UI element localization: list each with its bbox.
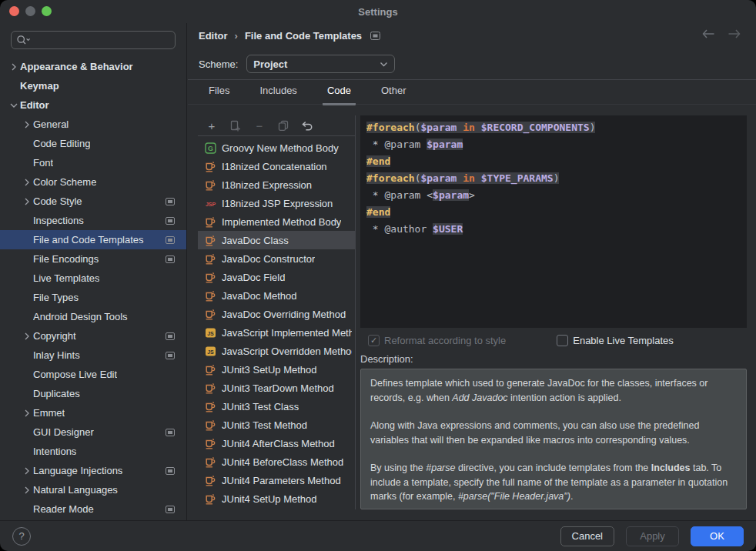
template-item-junit4-parameters-method[interactable]: JUnit4 Parameters Method — [198, 471, 355, 489]
settings-search-field[interactable] — [11, 31, 176, 49]
template-item-groovy-new-method-body[interactable]: GGroovy New Method Body — [198, 139, 355, 157]
groovy-file-icon: G — [205, 142, 216, 154]
template-item-javadoc-method[interactable]: JavaDoc Method — [198, 286, 355, 305]
sidebar-item-file-encodings[interactable]: File Encodings — [0, 249, 186, 269]
chevron-right-icon[interactable] — [21, 409, 33, 418]
template-item-javascript-implemented-methods[interactable]: JSJavaScript Implemented Methods — [198, 323, 355, 342]
sidebar-item-duplicates[interactable]: Duplicates — [0, 384, 186, 403]
sidebar-item-file-and-code-templates[interactable]: File and Code Templates — [0, 230, 186, 249]
add-template-button[interactable]: + — [206, 119, 218, 132]
per-project-icon — [166, 352, 175, 359]
chevron-right-icon[interactable] — [21, 178, 33, 187]
template-item-junit4-beforeclass-method[interactable]: JUnit4 BeforeClass Method — [198, 452, 355, 471]
sidebar-item-code-style[interactable]: Code Style — [0, 192, 186, 211]
sidebar-item-font[interactable]: Font — [0, 153, 186, 172]
back-button[interactable] — [702, 29, 715, 38]
svg-text:JS: JS — [207, 349, 214, 354]
sidebar-item-label: Font — [33, 157, 53, 169]
template-item-junit4-setup-method[interactable]: JUnit4 SetUp Method — [198, 489, 355, 508]
java-file-icon — [205, 493, 216, 505]
sidebar-item-live-templates[interactable]: Live Templates — [0, 269, 186, 288]
chevron-right-icon[interactable] — [21, 120, 33, 129]
svg-text:JS: JS — [207, 330, 214, 336]
java-file-icon — [205, 382, 216, 394]
sidebar-item-color-scheme[interactable]: Color Scheme — [0, 172, 186, 192]
template-item-javadoc-class[interactable]: JavaDoc Class — [198, 231, 355, 249]
sidebar-item-label: Intentions — [33, 446, 76, 457]
settings-sidebar: Appearance & BehaviorKeymapEditorGeneral… — [0, 23, 187, 520]
template-item-javascript-overridden-methods[interactable]: JSJavaScript Overridden Methods — [198, 342, 355, 360]
cancel-button[interactable]: Cancel — [560, 526, 614, 546]
template-item-junit3-test-class[interactable]: JUnit3 Test Class — [198, 397, 355, 416]
scheme-label: Scheme: — [199, 58, 238, 70]
minimize-window-button[interactable] — [25, 6, 35, 16]
template-item-javadoc-constructor[interactable]: JavaDoc Constructor — [198, 249, 355, 268]
sidebar-item-label: File and Code Templates — [33, 234, 144, 245]
sidebar-item-label: Code Style — [33, 195, 82, 207]
template-item-label: JavaScript Overridden Methods — [222, 346, 352, 357]
chevron-right-icon[interactable] — [8, 62, 20, 72]
breadcrumb-editor[interactable]: Editor — [199, 30, 228, 42]
ok-button[interactable]: OK — [691, 526, 744, 546]
search-input[interactable] — [34, 34, 170, 47]
per-project-icon — [166, 255, 175, 263]
chevron-right-icon[interactable] — [21, 466, 33, 476]
sidebar-item-appearance-behavior[interactable]: Appearance & Behavior — [0, 57, 186, 76]
template-item-javadoc-field[interactable]: JavaDoc Field — [198, 268, 355, 286]
close-window-button[interactable] — [9, 6, 19, 16]
reset-to-default-button[interactable] — [301, 119, 313, 132]
enable-live-templates-checkbox[interactable] — [557, 335, 568, 346]
template-item-javadoc-overriding-method[interactable]: JavaDoc Overriding Method — [198, 305, 355, 323]
create-child-template-button[interactable] — [229, 119, 242, 132]
chevron-down-icon — [380, 62, 388, 67]
template-item-i18nized-expression[interactable]: I18nized Expression — [198, 175, 355, 194]
sidebar-item-compose-live-edit[interactable]: Compose Live Edit — [0, 365, 186, 384]
forward-button[interactable] — [728, 29, 741, 38]
sidebar-item-gui-designer[interactable]: GUI Designer — [0, 422, 186, 442]
sidebar-item-general[interactable]: General — [0, 115, 186, 134]
code-line: #foreach($param in $RECORD_COMPONENTS) — [366, 119, 747, 136]
sidebar-item-reader-mode[interactable]: Reader Mode — [0, 499, 186, 519]
sidebar-item-inlay-hints[interactable]: Inlay Hints — [0, 346, 186, 365]
sidebar-item-language-injections[interactable]: Language Injections — [0, 461, 186, 480]
sidebar-item-copyright[interactable]: Copyright — [0, 326, 186, 346]
sidebar-item-android-design-tools[interactable]: Android Design Tools — [0, 307, 186, 326]
reformat-checkbox-label: Reformat according to style — [384, 335, 506, 346]
sidebar-item-file-types[interactable]: File Types — [0, 288, 186, 307]
apply-button[interactable]: Apply — [626, 526, 679, 546]
tab-includes[interactable]: Includes — [255, 85, 301, 105]
template-item-implemented-method-body[interactable]: Implemented Method Body — [198, 212, 355, 231]
template-code-editor[interactable]: #foreach($param in $RECORD_COMPONENTS) *… — [360, 115, 747, 328]
template-tabs: FilesIncludesCodeOther — [188, 80, 756, 105]
sidebar-item-emmet[interactable]: Emmet — [0, 403, 186, 422]
template-item-junit4-afterclass-method[interactable]: JUnit4 AfterClass Method — [198, 434, 355, 452]
template-item-i18nized-jsp-expression[interactable]: JSPI18nized JSP Expression — [198, 194, 355, 212]
template-item-junit3-test-method[interactable]: JUnit3 Test Method — [198, 416, 355, 434]
tab-other[interactable]: Other — [376, 85, 411, 105]
zoom-window-button[interactable] — [42, 6, 52, 16]
chevron-down-icon[interactable] — [8, 102, 20, 109]
tab-files[interactable]: Files — [204, 85, 234, 105]
chevron-right-icon[interactable] — [21, 332, 33, 341]
sidebar-item-editor[interactable]: Editor — [0, 95, 186, 115]
template-item-junit3-setup-method[interactable]: JUnit3 SetUp Method — [198, 360, 355, 379]
template-item-junit3-teardown-method[interactable]: JUnit3 TearDown Method — [198, 379, 355, 397]
sidebar-item-inspections[interactable]: Inspections — [0, 211, 186, 230]
tab-code[interactable]: Code — [323, 85, 356, 105]
svg-text:JSP: JSP — [206, 202, 216, 207]
per-project-icon — [166, 429, 175, 436]
help-button[interactable]: ? — [12, 527, 31, 546]
scheme-select[interactable]: Project — [246, 55, 395, 73]
template-item-i18nized-concatenation[interactable]: I18nized Concatenation — [198, 157, 355, 175]
template-item-label: JUnit3 Test Class — [222, 401, 299, 412]
sidebar-item-intentions[interactable]: Intentions — [0, 442, 186, 461]
sidebar-item-natural-languages[interactable]: Natural Languages — [0, 480, 186, 499]
chevron-right-icon[interactable] — [21, 486, 33, 495]
reformat-checkbox[interactable]: ✓ — [368, 335, 380, 346]
remove-template-button[interactable]: − — [253, 119, 266, 132]
template-item-label: JUnit3 SetUp Method — [222, 364, 317, 376]
sidebar-item-code-editing[interactable]: Code Editing — [0, 134, 186, 153]
copy-template-button[interactable] — [277, 119, 289, 132]
chevron-right-icon[interactable] — [21, 197, 33, 206]
sidebar-item-keymap[interactable]: Keymap — [0, 76, 186, 95]
